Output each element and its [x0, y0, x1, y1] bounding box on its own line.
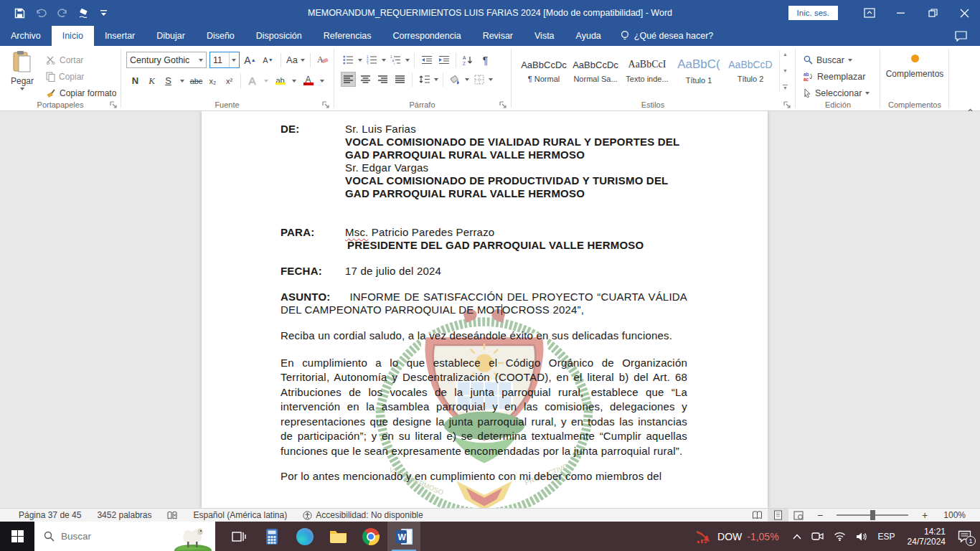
clear-formatting-button[interactable]: A: [316, 52, 331, 67]
document-page[interactable]: VALLE HERMOSO PRODUCTIVO DE: Sr. Luis Fa…: [202, 111, 768, 508]
italic-button[interactable]: K: [144, 73, 159, 88]
paragraph-dialog-launcher-icon[interactable]: [499, 101, 508, 110]
tab-revisar[interactable]: Revisar: [472, 26, 524, 46]
tab-vista[interactable]: Vista: [524, 26, 565, 46]
style-titulo-1[interactable]: AaBbC( Título 1: [673, 51, 725, 91]
close-button[interactable]: [948, 0, 980, 26]
styles-dialog-launcher-icon[interactable]: [783, 101, 792, 110]
clock[interactable]: 14:21 24/7/2024: [901, 527, 952, 547]
save-icon[interactable]: [14, 8, 25, 19]
bullets-chevron-icon[interactable]: [358, 59, 362, 62]
print-layout-button[interactable]: [768, 509, 788, 522]
comments-icon[interactable]: [942, 26, 980, 46]
taskbar-search[interactable]: [34, 522, 215, 551]
tab-inicio[interactable]: Inicio: [52, 26, 94, 46]
font-color-button[interactable]: A: [301, 73, 316, 88]
shrink-font-button[interactable]: A▼: [260, 52, 275, 67]
replace-button[interactable]: abac Reemplazar: [804, 68, 880, 85]
find-button[interactable]: Buscar: [804, 52, 880, 68]
word-button[interactable]: W: [387, 522, 420, 551]
decrease-indent-button[interactable]: [419, 52, 434, 67]
proofing-errors-icon[interactable]: [159, 511, 185, 520]
underline-button[interactable]: S: [161, 73, 176, 88]
tab-archivo[interactable]: Archivo: [0, 26, 52, 46]
undo-icon[interactable]: [35, 8, 47, 18]
styles-scroll-down-icon[interactable]: ▼: [783, 68, 788, 73]
numbering-button[interactable]: 123: [364, 52, 380, 67]
grow-font-button[interactable]: A▲: [242, 52, 258, 67]
word-count[interactable]: 3452 palabras: [89, 510, 159, 520]
tab-referencias[interactable]: Referencias: [313, 26, 382, 46]
paste-button[interactable]: Pegar: [6, 46, 39, 101]
superscript-button[interactable]: x²: [222, 73, 237, 88]
stock-widget[interactable]: DOW -1,05%: [687, 529, 788, 545]
styles-more-icon[interactable]: ▼: [783, 85, 788, 90]
font-color-chevron-icon[interactable]: [320, 80, 324, 83]
zoom-level[interactable]: 100%: [936, 510, 980, 520]
eraser-icon[interactable]: [78, 8, 90, 19]
zoom-slider-thumb[interactable]: [870, 510, 875, 520]
style-texto-independiente[interactable]: AaBbCcI Texto inde...: [621, 51, 673, 91]
highlight-chevron-icon[interactable]: [292, 80, 296, 83]
show-marks-button[interactable]: ¶: [478, 52, 493, 67]
language-indicator[interactable]: Español (América latina): [185, 510, 295, 520]
meet-now-icon[interactable]: [806, 522, 829, 551]
restore-button[interactable]: [917, 0, 948, 26]
change-case-button[interactable]: Aa: [286, 52, 305, 67]
addins-button[interactable]: Complementos: [881, 46, 948, 79]
zoom-out-button[interactable]: −: [809, 509, 831, 521]
highlight-button[interactable]: ab: [273, 73, 288, 88]
line-spacing-chevron-icon[interactable]: [434, 78, 438, 81]
styles-scroll-up-icon[interactable]: ▲: [783, 52, 788, 57]
sort-button[interactable]: AZ: [461, 52, 476, 67]
zoom-in-button[interactable]: +: [914, 509, 936, 521]
search-highlight-image[interactable]: [171, 522, 215, 551]
format-painter-button[interactable]: Copiar formato: [46, 85, 116, 101]
borders-button[interactable]: [471, 72, 486, 87]
clipboard-dialog-launcher-icon[interactable]: [110, 101, 118, 110]
align-right-button[interactable]: [375, 72, 390, 87]
ribbon-display-options-icon[interactable]: [854, 0, 885, 26]
increase-indent-button[interactable]: [436, 52, 451, 67]
align-center-button[interactable]: [358, 72, 373, 87]
font-name-combobox[interactable]: Century Gothic: [126, 52, 207, 68]
accessibility-status[interactable]: Accesibilidad: No disponible: [295, 510, 430, 520]
text-effects-button[interactable]: A: [245, 73, 260, 88]
document-canvas[interactable]: VALLE HERMOSO PRODUCTIVO DE: Sr. Luis Fa…: [0, 111, 980, 508]
chrome-button[interactable]: [354, 522, 387, 551]
style-titulo-2[interactable]: AaBbCcD Título 2: [725, 51, 776, 91]
keyboard-language[interactable]: ESP: [872, 532, 901, 542]
shading-button[interactable]: [448, 72, 463, 87]
task-view-button[interactable]: [222, 522, 255, 551]
minimize-button[interactable]: [885, 0, 917, 26]
justify-button[interactable]: [392, 72, 407, 87]
select-button[interactable]: Seleccionar: [804, 85, 880, 101]
hidden-icons-chevron-icon[interactable]: [788, 522, 806, 551]
tab-insertar[interactable]: Insertar: [94, 26, 146, 46]
line-spacing-button[interactable]: [417, 72, 432, 87]
document-text[interactable]: DE: Sr. Luis Farias VOCAL COMISIONADO DE…: [202, 111, 768, 484]
web-layout-button[interactable]: [788, 509, 809, 522]
multilevel-chevron-icon[interactable]: [405, 59, 410, 62]
font-dialog-launcher-icon[interactable]: [322, 101, 331, 110]
multilevel-list-button[interactable]: 1ai: [388, 52, 403, 67]
sign-in-button[interactable]: Inic. ses.: [788, 6, 838, 20]
search-input[interactable]: [61, 531, 154, 542]
action-center-button[interactable]: 1: [952, 522, 980, 551]
tab-correspondencia[interactable]: Correspondencia: [382, 26, 471, 46]
tab-dibujar[interactable]: Dibujar: [146, 26, 196, 46]
page-count[interactable]: Página 37 de 45: [0, 510, 89, 520]
zoom-slider[interactable]: [837, 514, 908, 516]
tab-disposicion[interactable]: Disposición: [245, 26, 313, 46]
calculator-button[interactable]: [255, 522, 288, 551]
tab-diseno[interactable]: Diseño: [196, 26, 245, 46]
read-mode-button[interactable]: [747, 509, 768, 522]
file-explorer-button[interactable]: [321, 522, 354, 551]
customize-qat-icon[interactable]: [100, 9, 107, 17]
redo-icon[interactable]: [57, 8, 68, 18]
tab-ayuda[interactable]: Ayuda: [565, 26, 612, 46]
strikethrough-button[interactable]: abc: [189, 73, 204, 88]
align-left-button[interactable]: [341, 72, 356, 87]
borders-chevron-icon[interactable]: [489, 78, 493, 81]
bold-button[interactable]: N: [128, 73, 143, 88]
